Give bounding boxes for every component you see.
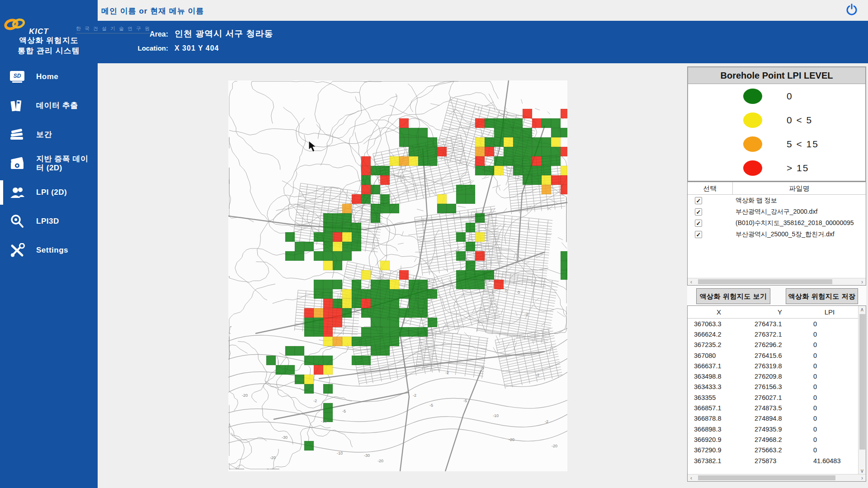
- map-cell: [551, 118, 561, 128]
- map-cell: [399, 308, 409, 318]
- map-cell: [380, 166, 390, 175]
- sidebar-menu: SDHome데이터 추출보간지반 증폭 데이터 (2D)LPI (2D)LPI3…: [0, 62, 98, 265]
- map-cell: [504, 156, 513, 166]
- map-cell: [561, 166, 567, 175]
- file-checkbox[interactable]: ✓: [695, 220, 702, 227]
- table-row[interactable]: 366878.8274894.80: [688, 413, 858, 424]
- scroll-up-icon[interactable]: ∧: [859, 306, 866, 313]
- sidebar-item-home[interactable]: SDHome: [0, 62, 98, 91]
- map-cell: [523, 156, 532, 166]
- map-cell: [542, 137, 551, 147]
- map-cell: [342, 289, 352, 299]
- scroll-right-icon[interactable]: ›: [859, 278, 866, 286]
- file-row[interactable]: ✓액상화 맵 정보: [688, 195, 866, 206]
- page-title: 메인 이름 or 현재 메뉴 이름: [101, 6, 204, 16]
- table-row[interactable]: 367290.9275663.20: [688, 445, 858, 455]
- scroll-left-icon[interactable]: ‹: [688, 474, 695, 482]
- map-cell: [314, 327, 323, 337]
- map-cell: [361, 194, 371, 204]
- table-row[interactable]: 366624.2276372.10: [688, 329, 858, 339]
- scroll-right-icon[interactable]: ›: [859, 474, 866, 482]
- cell-y: 276319.8: [750, 362, 810, 370]
- sidebar-item-lpi-2d[interactable]: LPI (2D): [0, 178, 98, 207]
- sidebar-item-ground-amp-2d[interactable]: 지반 증폭 데이터 (2D): [0, 149, 98, 178]
- map-cell: [361, 299, 371, 308]
- cell-y: 276027.1: [750, 394, 810, 401]
- map-cell: [342, 299, 352, 308]
- map-view[interactable]: -20-30-20-30-10-2-5-10-20-2-5-10-20-2-2-…: [228, 80, 567, 471]
- map-cell: [304, 308, 314, 318]
- scroll-down-icon[interactable]: ∨: [859, 467, 866, 474]
- table-row[interactable]: 363498.8276209.80: [688, 371, 858, 381]
- map-cell: [323, 327, 333, 337]
- data-table-vscrollbar[interactable]: ∧ ∨: [858, 306, 866, 474]
- map-cell: [295, 242, 304, 251]
- scroll-left-icon[interactable]: ‹: [688, 278, 695, 286]
- file-list-hscrollbar[interactable]: ‹ ›: [688, 278, 866, 285]
- cell-lpi: 0: [810, 320, 849, 328]
- sidebar-item-interpolation[interactable]: 보간: [0, 120, 98, 149]
- file-row[interactable]: ✓부산광역시_25000_5장_합친거.dxf: [688, 229, 866, 240]
- cell-lpi: 0: [810, 373, 849, 380]
- topbar: 메인 이름 or 현재 메뉴 이름: [98, 0, 868, 21]
- map-cell: [456, 280, 466, 289]
- file-checkbox[interactable]: ✓: [695, 208, 702, 216]
- contour-depth-label: -30: [282, 435, 288, 440]
- cell-y: 276209.8: [750, 373, 810, 380]
- power-icon[interactable]: [845, 4, 858, 16]
- table-row[interactable]: 366637.1276319.80: [688, 361, 858, 371]
- map-cell: [285, 365, 295, 375]
- map-cell: [285, 251, 295, 261]
- table-row[interactable]: 367382.127587341.60483: [688, 455, 858, 466]
- map-cell: [333, 261, 342, 270]
- map-cell: [409, 128, 418, 137]
- table-row[interactable]: 366857.1274873.50: [688, 403, 858, 413]
- map-cell: [399, 270, 409, 280]
- table-row[interactable]: 363433.3276156.30: [688, 382, 858, 392]
- map-cell: [456, 185, 466, 194]
- table-row[interactable]: 367063.3276473.10: [688, 319, 858, 329]
- map-cell: [551, 175, 561, 185]
- map-cell: [342, 308, 352, 318]
- contour-depth-label: -2: [445, 371, 449, 375]
- sidebar-item-settings[interactable]: Settings: [0, 236, 98, 265]
- map-cell: [475, 251, 485, 261]
- map-cell: [342, 213, 352, 223]
- map-cell: [361, 185, 371, 194]
- map-cell: [352, 280, 361, 289]
- users-icon: [9, 184, 25, 201]
- file-checkbox[interactable]: ✓: [695, 197, 702, 204]
- map-cell: [418, 280, 428, 289]
- map-cell: [323, 384, 333, 394]
- cell-x: 367080: [688, 352, 750, 359]
- map-cell: [523, 147, 532, 156]
- map-cell: [390, 337, 399, 346]
- table-row[interactable]: 367235.2276296.20: [688, 340, 858, 350]
- file-row[interactable]: ✓부산광역시_강서구_2000.dxf: [688, 206, 866, 217]
- data-table-hscrollbar[interactable]: ‹ ›: [688, 474, 866, 481]
- table-row[interactable]: 367540.1276212.138.86077: [688, 466, 858, 467]
- map-cell: [475, 232, 485, 242]
- map-cell: [371, 280, 380, 289]
- cell-y: 274894.8: [750, 415, 810, 422]
- sidebar-item-lpi3d[interactable]: LPI3D: [0, 207, 98, 236]
- map-cell: [333, 318, 342, 327]
- contour-depth-label: -5: [342, 409, 346, 413]
- file-row[interactable]: ✓(B010)수치지도_358162_2018_00000095: [688, 217, 866, 229]
- table-row[interactable]: 366920.9274968.20: [688, 434, 858, 445]
- table-row[interactable]: 367080276415.60: [688, 350, 858, 361]
- col-lpi: LPI: [810, 306, 849, 318]
- sidebar-item-data-extract[interactable]: 데이터 추출: [0, 91, 98, 120]
- file-checkbox[interactable]: ✓: [695, 231, 702, 238]
- save-hazard-map-button[interactable]: 액상화 위험지도 저장: [786, 288, 858, 304]
- view-hazard-map-button[interactable]: 액상화 위험지도 보기: [696, 288, 770, 304]
- cell-y: 276372.1: [750, 331, 810, 338]
- table-row[interactable]: 366898.3274935.90: [688, 424, 858, 434]
- map-cell: [418, 147, 428, 156]
- legend-title: Borehole Point LPI LEVEL: [688, 67, 865, 84]
- file-col-select: 선택: [688, 182, 733, 194]
- map-cell: [371, 327, 380, 337]
- table-row[interactable]: 363355276027.10: [688, 392, 858, 403]
- map-cell: [418, 327, 428, 337]
- map-cell: [532, 137, 542, 147]
